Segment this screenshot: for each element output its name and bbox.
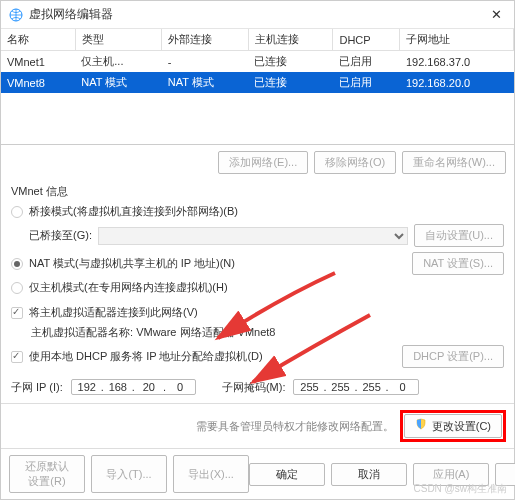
bridged-to-select	[98, 227, 408, 245]
nat-settings-button[interactable]: NAT 设置(S)...	[412, 252, 504, 275]
bridge-label: 桥接模式(将虚拟机直接连接到外部网络)(B)	[29, 204, 504, 219]
vmnet-info-title: VMnet 信息	[11, 184, 504, 199]
subnet-mask-input: 255.255.255.0	[293, 379, 418, 395]
cancel-button[interactable]: 取消	[331, 463, 407, 486]
column-header[interactable]: 外部连接	[162, 29, 248, 51]
column-header[interactable]: 名称	[1, 29, 75, 51]
window-title: 虚拟网络编辑器	[29, 6, 486, 23]
host-adapter-checkbox	[11, 307, 23, 319]
hostonly-radio	[11, 282, 23, 294]
close-icon[interactable]: ✕	[486, 5, 506, 25]
dhcp-label: 使用本地 DHCP 服务将 IP 地址分配给虚拟机(D)	[29, 349, 396, 364]
restore-defaults-button[interactable]: 还原默认设置(R)	[9, 455, 85, 493]
subnet-ip-input: 192.168.20.0	[71, 379, 196, 395]
subnet-ip-label: 子网 IP (I):	[11, 380, 63, 395]
adapter-name-label: 主机虚拟适配器名称:	[31, 326, 136, 338]
hostonly-label: 仅主机模式(在专用网络内连接虚拟机)(H)	[29, 280, 504, 295]
column-header[interactable]: DHCP	[333, 29, 400, 51]
subnet-mask-label: 子网掩码(M):	[222, 380, 286, 395]
bridged-to-label: 已桥接至(G):	[29, 228, 92, 243]
ok-button[interactable]: 确定	[249, 463, 325, 486]
dhcp-checkbox	[11, 351, 23, 363]
import-button[interactable]: 导入(T)...	[91, 455, 167, 493]
host-adapter-label: 将主机虚拟适配器连接到此网络(V)	[29, 305, 504, 320]
table-row[interactable]: VMnet8NAT 模式NAT 模式已连接已启用192.168.20.0	[1, 72, 514, 93]
rename-network-button[interactable]: 重命名网络(W)...	[402, 151, 506, 174]
auto-settings-button: 自动设置(U)...	[414, 224, 504, 247]
add-network-button[interactable]: 添加网络(E)...	[218, 151, 308, 174]
admin-note: 需要具备管理员特权才能修改网络配置。	[196, 419, 394, 434]
adapter-name-value: VMware 网络适配器 VMnet8	[136, 326, 275, 338]
column-header[interactable]: 主机连接	[248, 29, 333, 51]
column-header[interactable]: 类型	[75, 29, 161, 51]
change-settings-button[interactable]: 更改设置(C)	[404, 414, 502, 438]
export-button[interactable]: 导出(X)...	[173, 455, 249, 493]
nat-label: NAT 模式(与虚拟机共享主机的 IP 地址)(N)	[29, 256, 406, 271]
app-icon	[9, 8, 23, 22]
dhcp-settings-button[interactable]: DHCP 设置(P)...	[402, 345, 504, 368]
shield-icon	[415, 418, 427, 430]
bridge-radio	[11, 206, 23, 218]
table-row[interactable]: VMnet1仅主机...-已连接已启用192.168.37.0	[1, 51, 514, 73]
column-header[interactable]: 子网地址	[400, 29, 514, 51]
network-table[interactable]: 名称类型外部连接主机连接DHCP子网地址 VMnet1仅主机...-已连接已启用…	[1, 29, 514, 145]
watermark: CSDN @sw构生准南	[414, 482, 508, 496]
remove-network-button[interactable]: 移除网络(O)	[314, 151, 396, 174]
nat-radio	[11, 258, 23, 270]
